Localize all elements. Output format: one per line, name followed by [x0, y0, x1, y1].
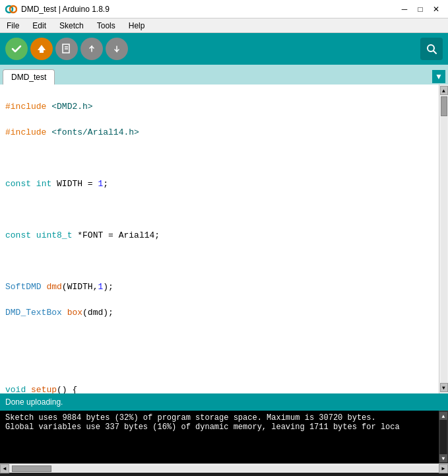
code-line-9: DMD_TextBox box(dmd);: [5, 306, 433, 320]
close-button[interactable]: ✕: [430, 4, 443, 15]
svg-marker-2: [38, 45, 46, 53]
hscroll-right-arrow[interactable]: ▶: [439, 464, 448, 473]
title-bar: DMD_test | Arduino 1.8.9 ─ □ ✕: [0, 0, 448, 18]
console-scroll-down[interactable]: ▼: [439, 454, 447, 462]
menu-sketch[interactable]: Sketch: [55, 20, 88, 32]
svg-line-9: [433, 51, 436, 53]
scroll-track[interactable]: [441, 95, 447, 383]
code-line-6: const uint8_t *FONT = Arial14;: [5, 229, 433, 242]
upload-button[interactable]: [30, 38, 53, 60]
editor-container: #include <DMD2.h> #include <fonts/Arial1…: [0, 85, 448, 393]
menu-edit[interactable]: Edit: [28, 20, 50, 32]
hscroll-left-arrow[interactable]: ◀: [0, 464, 9, 473]
serial-monitor-button[interactable]: [420, 38, 443, 60]
new-button[interactable]: [55, 38, 78, 60]
code-line-10: [5, 332, 433, 345]
scroll-down-arrow[interactable]: ▼: [440, 383, 448, 392]
maximize-button[interactable]: □: [414, 4, 427, 15]
console-line-1: Sketch uses 9884 bytes (32%) of program …: [5, 413, 443, 423]
console-status-bar: Done uploading.: [0, 393, 448, 411]
console-scroll-up[interactable]: ▲: [439, 412, 447, 420]
console-scrollbar[interactable]: ▲ ▼: [439, 411, 448, 463]
code-line-2: #include <fonts/Arial14.h>: [5, 126, 433, 139]
console-status-text: Done uploading.: [5, 397, 63, 407]
code-line-7: [5, 255, 433, 268]
verify-button[interactable]: [5, 38, 28, 60]
scroll-thumb[interactable]: [441, 96, 447, 116]
tab-dropdown-button[interactable]: ▼: [432, 70, 445, 83]
menu-tools[interactable]: Tools: [93, 20, 119, 32]
scroll-up-arrow[interactable]: ▲: [440, 86, 448, 95]
code-line-5: [5, 203, 433, 217]
console-scroll-track[interactable]: [440, 420, 447, 454]
save-button[interactable]: [106, 38, 128, 60]
app-icon: [5, 3, 17, 15]
console-line-2: Global variables use 337 bytes (16%) of …: [5, 423, 443, 432]
menu-help[interactable]: Help: [125, 20, 149, 32]
hscroll-thumb[interactable]: [12, 465, 51, 472]
tab-dmd-test[interactable]: DMD_test: [3, 69, 55, 85]
editor-content[interactable]: #include <DMD2.h> #include <fonts/Arial1…: [0, 85, 439, 393]
minimize-button[interactable]: ─: [398, 4, 411, 15]
code-line-11: [5, 358, 433, 371]
code-line-12: void setup() {: [5, 384, 433, 394]
code-line-4: const int WIDTH = 1;: [5, 178, 433, 191]
toolbar: [0, 33, 448, 65]
menu-file[interactable]: File: [3, 20, 23, 32]
hscroll-track[interactable]: [9, 465, 439, 472]
code-line-1: #include <DMD2.h>: [5, 100, 433, 114]
tab-bar: DMD_test ▼: [0, 65, 448, 85]
vertical-scrollbar[interactable]: ▲ ▼: [439, 85, 448, 393]
window-title: DMD_test | Arduino 1.8.9: [21, 5, 110, 14]
code-line-3: [5, 152, 433, 165]
code-line-8: SoftDMD dmd(WIDTH,1);: [5, 281, 433, 294]
open-button[interactable]: [80, 38, 103, 60]
menu-bar: File Edit Sketch Tools Help: [0, 18, 448, 33]
title-controls: ─ □ ✕: [398, 4, 443, 15]
console-output: Sketch uses 9884 bytes (32%) of program …: [0, 411, 448, 463]
title-left: DMD_test | Arduino 1.8.9: [5, 3, 110, 15]
horizontal-scrollbar[interactable]: ◀ ▶: [0, 463, 448, 473]
